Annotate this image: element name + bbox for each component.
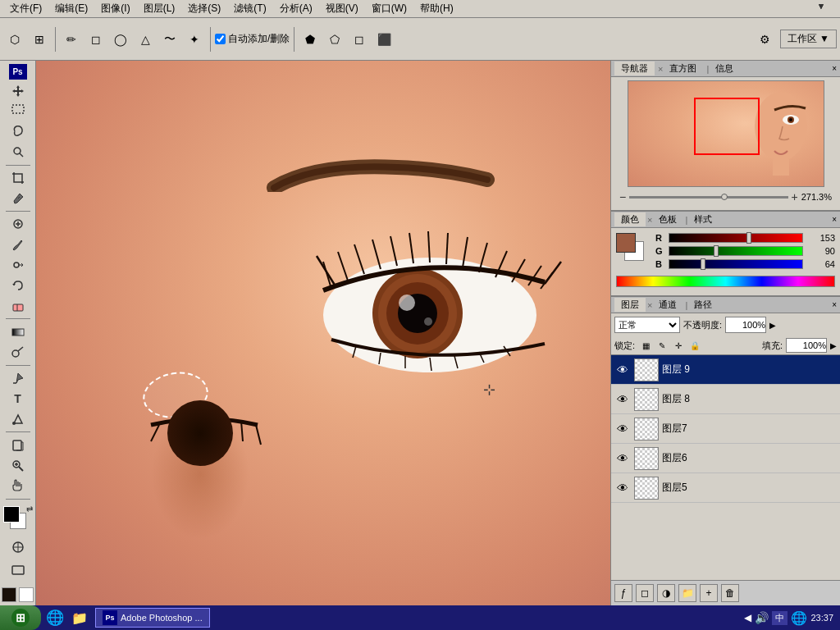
zoom-out-btn[interactable]: − [619, 190, 626, 203]
layer-mask-btn[interactable]: ◻ [636, 584, 654, 602]
tool-path-select[interactable] [7, 410, 29, 429]
menu-select[interactable]: 选择(S) [181, 0, 227, 17]
lock-position-btn[interactable]: ✛ [671, 338, 686, 353]
opacity-arrow[interactable]: ▶ [769, 321, 776, 330]
tray-volume[interactable]: 🔊 [755, 611, 769, 624]
layer-item-6[interactable]: 👁 图层6 [611, 444, 840, 473]
tool-crop[interactable] [7, 168, 29, 187]
toolbar-options-btn[interactable]: ⚙ [754, 28, 777, 51]
layer-7-visibility-btn[interactable]: 👁 [614, 421, 631, 437]
tool-select[interactable] [7, 102, 29, 121]
layer-delete-btn[interactable]: 🗑 [721, 584, 739, 602]
navigator-tab[interactable]: 导航器 [614, 62, 655, 75]
channels-tab[interactable]: 通道 [652, 298, 683, 312]
tray-network[interactable]: 🌐 [791, 610, 807, 626]
tool-screen-mode[interactable] [7, 559, 29, 581]
layer-new-btn[interactable]: + [700, 584, 718, 602]
b-slider-track[interactable] [669, 259, 803, 269]
workspace-button[interactable]: 工作区 ▼ [780, 30, 837, 48]
layer-6-visibility-btn[interactable]: 👁 [614, 450, 631, 467]
navigator-close-btn[interactable]: × [832, 64, 837, 73]
color-panel-close-btn[interactable]: × [832, 215, 837, 224]
toolbar-triangle-btn[interactable]: △ [134, 28, 157, 51]
folder-icon[interactable]: 📁 [69, 607, 90, 628]
layer-5-visibility-btn[interactable]: 👁 [614, 480, 631, 496]
foreground-swatch[interactable] [2, 587, 16, 602]
toolbar-marquee-btn[interactable]: ⬡ [3, 28, 26, 51]
opacity-input[interactable] [725, 317, 766, 333]
layer-item-5[interactable]: 👁 图层5 [611, 473, 840, 503]
tool-gradient[interactable] [7, 322, 29, 341]
menu-help[interactable]: 帮助(H) [413, 0, 460, 17]
histogram-tab[interactable]: 直方图 [663, 62, 703, 75]
swap-colors-icon[interactable]: ⇄ [26, 504, 33, 514]
menu-edit[interactable]: 编辑(E) [48, 0, 94, 17]
tool-healing[interactable] [7, 215, 29, 234]
menu-filter[interactable]: 滤镜(T) [227, 0, 272, 17]
auto-add-checkbox[interactable] [215, 34, 226, 44]
tool-pen[interactable] [7, 369, 29, 388]
toolbar-path-btn[interactable]: ⬟ [299, 28, 322, 51]
fill-input[interactable] [786, 338, 827, 353]
layer-item-8[interactable]: 👁 图层 8 [611, 385, 840, 414]
spectrum-bar[interactable] [616, 276, 835, 287]
tool-history-brush[interactable] [7, 276, 29, 295]
lock-all-btn[interactable]: 🔒 [687, 338, 702, 353]
toolbar-lasso-btn[interactable]: ⊞ [28, 28, 51, 51]
paths-tab[interactable]: 路径 [687, 298, 719, 312]
toolbar-pen-btn[interactable]: ✏ [60, 28, 83, 51]
layer-8-visibility-btn[interactable]: 👁 [614, 391, 631, 408]
layers-panel-close-btn[interactable]: × [832, 300, 837, 309]
tool-eraser[interactable] [7, 296, 29, 315]
tool-dodge[interactable] [7, 343, 29, 362]
start-button[interactable]: ⊞ [0, 605, 41, 630]
toolbar-path4-btn[interactable]: ⬛ [372, 28, 395, 51]
lock-pixels-btn[interactable]: ✎ [655, 338, 669, 353]
menu-analyze[interactable]: 分析(A) [273, 0, 319, 17]
tool-text[interactable]: T [7, 390, 29, 409]
fg-color-swatch[interactable] [3, 506, 20, 523]
lock-transparent-btn[interactable]: ▦ [638, 338, 653, 353]
toolbar-select2-btn[interactable]: ◻ [84, 28, 107, 51]
fg-color-box[interactable] [616, 233, 636, 253]
styles-tab[interactable]: 样式 [687, 212, 719, 226]
tool-move[interactable] [7, 81, 29, 100]
layer-item-7[interactable]: 👁 图层7 [611, 414, 840, 444]
layer-group-btn[interactable]: 📁 [678, 584, 696, 602]
blend-mode-select[interactable]: 正常 [614, 317, 680, 333]
layers-tab[interactable]: 图层 [614, 298, 646, 312]
swatches-tab[interactable]: 色板 [652, 212, 683, 226]
tool-quick-select[interactable] [7, 143, 29, 162]
tool-hand[interactable] [7, 477, 29, 495]
r-slider-track[interactable] [669, 233, 803, 243]
ie-icon[interactable]: 🌐 [44, 607, 66, 628]
menu-window[interactable]: 窗口(W) [365, 0, 413, 17]
color-tab[interactable]: 颜色 [614, 212, 646, 226]
zoom-in-btn[interactable]: + [792, 190, 798, 203]
toolbar-custom-btn[interactable]: ✦ [183, 28, 206, 51]
taskbar-ps-item[interactable]: Ps Adobe Photoshop ... [95, 608, 210, 628]
layer-9-visibility-btn[interactable]: 👁 [614, 362, 631, 378]
zoom-slider[interactable] [629, 196, 788, 199]
toolbar-path2-btn[interactable]: ⬠ [323, 28, 346, 51]
toolbar-curve-btn[interactable]: 〜 [158, 28, 181, 51]
info-tab[interactable]: 信息 [709, 62, 740, 75]
tool-quick-mask[interactable] [7, 536, 29, 558]
layer-styles-btn[interactable]: ƒ [614, 584, 632, 602]
toolbar-ellipse-btn[interactable]: ◯ [109, 28, 132, 51]
g-slider-track[interactable] [669, 246, 803, 256]
tray-lang[interactable]: 中 [772, 611, 788, 625]
tool-zoom[interactable] [7, 456, 29, 475]
menu-layer[interactable]: 图层(L) [137, 0, 182, 17]
tray-arrow[interactable]: ◀ [744, 612, 751, 623]
menu-image[interactable]: 图像(I) [94, 0, 136, 17]
tool-clone[interactable] [7, 256, 29, 275]
tool-eyedropper[interactable] [7, 189, 29, 208]
tool-brush[interactable] [7, 235, 29, 254]
menu-view[interactable]: 视图(V) [319, 0, 365, 17]
tool-notes[interactable] [7, 436, 29, 454]
menu-file[interactable]: 文件(F) [3, 0, 48, 17]
tool-lasso[interactable] [7, 122, 29, 141]
background-swatch[interactable] [19, 587, 34, 602]
toolbar-path3-btn[interactable]: ◻ [348, 28, 371, 51]
